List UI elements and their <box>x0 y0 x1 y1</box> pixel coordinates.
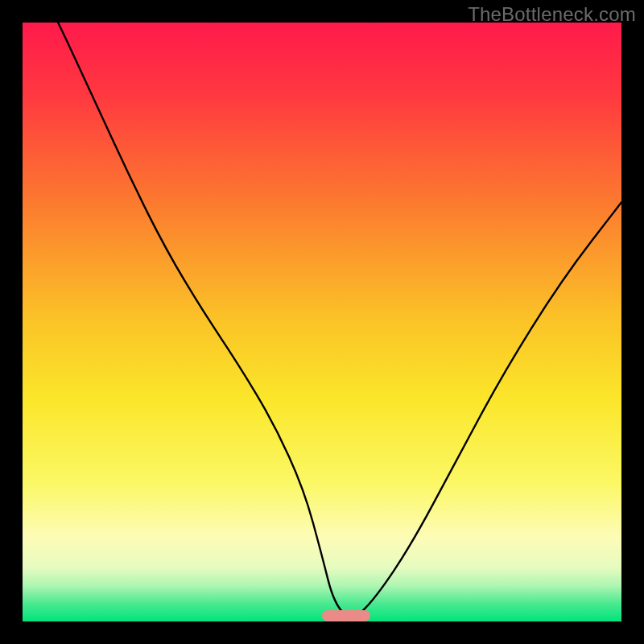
watermark-text: TheBottleneck.com <box>468 3 636 26</box>
bottleneck-curve-plot <box>23 23 621 621</box>
optimal-range-marker <box>322 610 370 621</box>
plot-area <box>23 23 621 621</box>
chart-frame: TheBottleneck.com <box>0 0 644 644</box>
curve-path <box>23 23 621 617</box>
